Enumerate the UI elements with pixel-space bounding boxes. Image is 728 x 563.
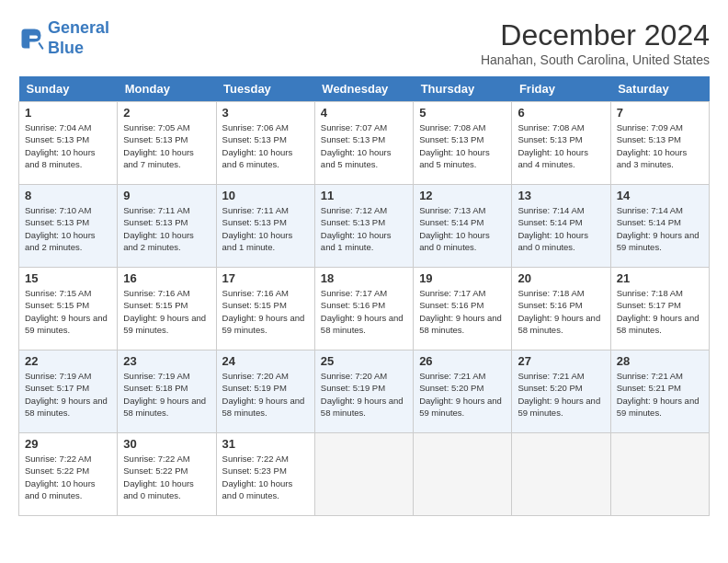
- calendar-cell: 6Sunrise: 7:08 AMSunset: 5:13 PMDaylight…: [512, 102, 610, 185]
- cell-info: Sunrise: 7:09 AMSunset: 5:13 PMDaylight:…: [617, 121, 703, 170]
- cell-info: Sunrise: 7:16 AMSunset: 5:15 PMDaylight:…: [123, 287, 210, 336]
- calendar-cell: 13Sunrise: 7:14 AMSunset: 5:14 PMDayligh…: [512, 185, 610, 268]
- day-number: 25: [321, 354, 407, 368]
- day-number: 17: [222, 271, 309, 285]
- calendar-cell: 21Sunrise: 7:18 AMSunset: 5:17 PMDayligh…: [610, 268, 709, 350]
- cell-info: Sunrise: 7:11 AMSunset: 5:13 PMDaylight:…: [123, 204, 210, 253]
- logo-icon: [18, 26, 44, 52]
- day-number: 6: [518, 106, 604, 120]
- cell-info: Sunrise: 7:21 AMSunset: 5:20 PMDaylight:…: [518, 370, 604, 419]
- day-header-sunday: Sunday: [19, 76, 118, 102]
- cell-info: Sunrise: 7:14 AMSunset: 5:14 PMDaylight:…: [518, 204, 604, 253]
- day-number: 15: [25, 271, 111, 285]
- week-row-4: 22Sunrise: 7:19 AMSunset: 5:17 PMDayligh…: [19, 350, 710, 433]
- day-number: 27: [518, 354, 604, 368]
- day-number: 23: [123, 354, 210, 368]
- calendar-cell: 27Sunrise: 7:21 AMSunset: 5:20 PMDayligh…: [512, 350, 610, 433]
- calendar-cell: 22Sunrise: 7:19 AMSunset: 5:17 PMDayligh…: [19, 350, 118, 433]
- cell-info: Sunrise: 7:18 AMSunset: 5:16 PMDaylight:…: [518, 287, 604, 336]
- calendar-table: SundayMondayTuesdayWednesdayThursdayFrid…: [18, 76, 710, 516]
- cell-info: Sunrise: 7:19 AMSunset: 5:18 PMDaylight:…: [123, 370, 210, 419]
- cell-info: Sunrise: 7:07 AMSunset: 5:13 PMDaylight:…: [321, 121, 407, 170]
- day-number: 26: [419, 354, 506, 368]
- week-row-2: 8Sunrise: 7:10 AMSunset: 5:13 PMDaylight…: [19, 185, 710, 268]
- cell-info: Sunrise: 7:13 AMSunset: 5:14 PMDaylight:…: [419, 204, 506, 253]
- day-number: 8: [25, 189, 111, 202]
- page-header: General Blue December 2024 Hanahan, Sout…: [18, 18, 710, 67]
- calendar-cell: [512, 433, 610, 516]
- cell-info: Sunrise: 7:22 AMSunset: 5:22 PMDaylight:…: [123, 453, 210, 501]
- day-number: 31: [222, 437, 309, 451]
- day-number: 19: [419, 271, 506, 285]
- day-number: 24: [222, 354, 309, 368]
- calendar-cell: 20Sunrise: 7:18 AMSunset: 5:16 PMDayligh…: [512, 268, 610, 350]
- title-section: December 2024 Hanahan, South Carolina, U…: [481, 18, 710, 67]
- calendar-cell: [314, 433, 413, 516]
- cell-info: Sunrise: 7:19 AMSunset: 5:17 PMDaylight:…: [25, 370, 111, 419]
- day-header-tuesday: Tuesday: [216, 76, 314, 102]
- day-header-wednesday: Wednesday: [314, 76, 413, 102]
- day-number: 13: [518, 189, 604, 202]
- calendar-cell: 15Sunrise: 7:15 AMSunset: 5:15 PMDayligh…: [19, 268, 118, 350]
- calendar-cell: 7Sunrise: 7:09 AMSunset: 5:13 PMDaylight…: [610, 102, 709, 185]
- day-number: 28: [617, 354, 703, 368]
- day-header-saturday: Saturday: [610, 76, 709, 102]
- calendar-cell: 14Sunrise: 7:14 AMSunset: 5:14 PMDayligh…: [610, 185, 709, 268]
- calendar-cell: 1Sunrise: 7:04 AMSunset: 5:13 PMDaylight…: [19, 102, 118, 185]
- day-number: 4: [321, 106, 407, 120]
- cell-info: Sunrise: 7:20 AMSunset: 5:19 PMDaylight:…: [222, 370, 309, 419]
- header-row: SundayMondayTuesdayWednesdayThursdayFrid…: [19, 76, 710, 102]
- cell-info: Sunrise: 7:10 AMSunset: 5:13 PMDaylight:…: [25, 204, 111, 253]
- day-number: 22: [25, 354, 111, 368]
- cell-info: Sunrise: 7:05 AMSunset: 5:13 PMDaylight:…: [123, 121, 210, 170]
- calendar-cell: 10Sunrise: 7:11 AMSunset: 5:13 PMDayligh…: [216, 185, 314, 268]
- day-number: 1: [25, 106, 111, 120]
- day-number: 10: [222, 189, 309, 202]
- day-number: 5: [419, 106, 506, 120]
- logo-text: General Blue: [48, 18, 109, 58]
- cell-info: Sunrise: 7:21 AMSunset: 5:20 PMDaylight:…: [419, 370, 506, 419]
- cell-info: Sunrise: 7:22 AMSunset: 5:22 PMDaylight:…: [25, 453, 111, 501]
- week-row-3: 15Sunrise: 7:15 AMSunset: 5:15 PMDayligh…: [19, 268, 710, 350]
- calendar-cell: 26Sunrise: 7:21 AMSunset: 5:20 PMDayligh…: [414, 350, 512, 433]
- calendar-cell: 17Sunrise: 7:16 AMSunset: 5:15 PMDayligh…: [216, 268, 314, 350]
- cell-info: Sunrise: 7:08 AMSunset: 5:13 PMDaylight:…: [419, 121, 506, 170]
- cell-info: Sunrise: 7:15 AMSunset: 5:15 PMDaylight:…: [25, 287, 111, 336]
- calendar-cell: 19Sunrise: 7:17 AMSunset: 5:16 PMDayligh…: [414, 268, 512, 350]
- day-number: 9: [123, 189, 210, 202]
- calendar-cell: 25Sunrise: 7:20 AMSunset: 5:19 PMDayligh…: [314, 350, 413, 433]
- day-number: 20: [518, 271, 604, 285]
- month-title: December 2024: [481, 18, 710, 52]
- day-number: 7: [617, 106, 703, 120]
- day-number: 21: [617, 271, 703, 285]
- calendar-cell: 18Sunrise: 7:17 AMSunset: 5:16 PMDayligh…: [314, 268, 413, 350]
- calendar-cell: 16Sunrise: 7:16 AMSunset: 5:15 PMDayligh…: [118, 268, 216, 350]
- calendar-cell: 5Sunrise: 7:08 AMSunset: 5:13 PMDaylight…: [414, 102, 512, 185]
- day-header-friday: Friday: [512, 76, 610, 102]
- day-number: 29: [25, 437, 111, 451]
- cell-info: Sunrise: 7:04 AMSunset: 5:13 PMDaylight:…: [25, 121, 111, 170]
- day-header-thursday: Thursday: [414, 76, 512, 102]
- calendar-cell: 29Sunrise: 7:22 AMSunset: 5:22 PMDayligh…: [19, 433, 118, 516]
- day-number: 18: [321, 271, 407, 285]
- cell-info: Sunrise: 7:21 AMSunset: 5:21 PMDaylight:…: [617, 370, 703, 419]
- day-number: 12: [419, 189, 506, 202]
- day-number: 16: [123, 271, 210, 285]
- cell-info: Sunrise: 7:18 AMSunset: 5:17 PMDaylight:…: [617, 287, 703, 336]
- calendar-cell: 23Sunrise: 7:19 AMSunset: 5:18 PMDayligh…: [118, 350, 216, 433]
- calendar-cell: 11Sunrise: 7:12 AMSunset: 5:13 PMDayligh…: [314, 185, 413, 268]
- calendar-cell: 4Sunrise: 7:07 AMSunset: 5:13 PMDaylight…: [314, 102, 413, 185]
- day-header-monday: Monday: [118, 76, 216, 102]
- cell-info: Sunrise: 7:17 AMSunset: 5:16 PMDaylight:…: [321, 287, 407, 336]
- cell-info: Sunrise: 7:22 AMSunset: 5:23 PMDaylight:…: [222, 453, 309, 501]
- calendar-cell: 12Sunrise: 7:13 AMSunset: 5:14 PMDayligh…: [414, 185, 512, 268]
- calendar-cell: 3Sunrise: 7:06 AMSunset: 5:13 PMDaylight…: [216, 102, 314, 185]
- cell-info: Sunrise: 7:14 AMSunset: 5:14 PMDaylight:…: [617, 204, 703, 253]
- cell-info: Sunrise: 7:11 AMSunset: 5:13 PMDaylight:…: [222, 204, 309, 253]
- calendar-cell: 8Sunrise: 7:10 AMSunset: 5:13 PMDaylight…: [19, 185, 118, 268]
- week-row-5: 29Sunrise: 7:22 AMSunset: 5:22 PMDayligh…: [19, 433, 710, 516]
- day-number: 11: [321, 189, 407, 202]
- cell-info: Sunrise: 7:17 AMSunset: 5:16 PMDaylight:…: [419, 287, 506, 336]
- week-row-1: 1Sunrise: 7:04 AMSunset: 5:13 PMDaylight…: [19, 102, 710, 185]
- cell-info: Sunrise: 7:20 AMSunset: 5:19 PMDaylight:…: [321, 370, 407, 419]
